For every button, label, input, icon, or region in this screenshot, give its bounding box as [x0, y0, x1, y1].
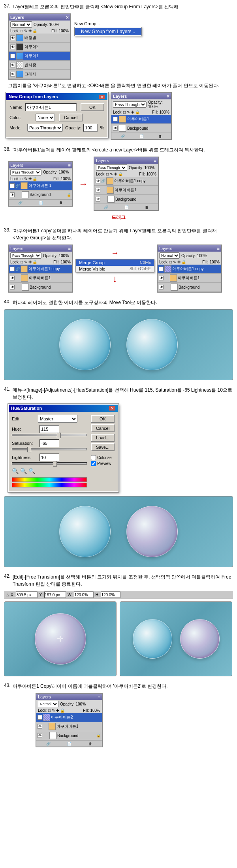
opacity-input[interactable] [83, 124, 98, 132]
layer-row-baekbyeol[interactable]: 👁 배경별 [9, 34, 70, 43]
layer-bg-39b[interactable]: 👁 Background [9, 283, 72, 292]
eye-bg-38a[interactable]: 👁 [96, 197, 100, 202]
final-t1[interactable]: 🔗 [46, 742, 51, 746]
sat-thumb[interactable] [27, 447, 31, 452]
h-input[interactable] [101, 592, 120, 598]
hue-sat-save[interactable]: Save... [91, 443, 115, 451]
hue-input[interactable] [40, 425, 59, 433]
nl-title-options-39b[interactable]: ≡ [68, 246, 71, 251]
layer-row-bansa[interactable]: 👁 반사종 [9, 61, 70, 70]
hue-slider[interactable] [12, 434, 87, 436]
layer-row-aqua1[interactable]: 👁 아쿠아1 [9, 52, 70, 61]
final-layer-aqua2[interactable]: 👁 아쿠아버튼2 [36, 713, 102, 722]
y-input[interactable] [44, 592, 66, 598]
eye-bg-38[interactable]: 👁 [10, 192, 15, 197]
final-t2[interactable]: 📄 [67, 742, 71, 746]
eye-copy-39a[interactable]: 👁 [159, 267, 164, 271]
eye-copy-39b[interactable]: 👁 [10, 267, 15, 271]
eyedropper-plus-icon[interactable]: 🔍 [20, 468, 27, 474]
eyedropper-icon[interactable]: 🔍 [12, 468, 19, 474]
eye-copy-38a[interactable]: 👁 [96, 179, 100, 183]
layer-bg-39a[interactable]: 👁 Background [158, 283, 221, 292]
eye-orig-39b[interactable]: 👁 [10, 276, 15, 280]
layer-orig-39b[interactable]: 👁 아쿠아버튼1 [9, 274, 72, 283]
final-nl-options[interactable]: ≡ [98, 694, 100, 699]
blend-sel-38a[interactable]: Pass Through [96, 164, 127, 171]
edit-select[interactable]: Master [38, 415, 77, 423]
nl-t1-38a[interactable]: 🔗 [104, 205, 108, 209]
layer-tool-1[interactable]: 🔗 [120, 134, 125, 138]
final-layer-bg[interactable]: 👁 Background 🔒 [36, 731, 102, 740]
eye-bg-39a[interactable]: 👁 [159, 285, 164, 289]
color-select[interactable]: None [36, 114, 55, 121]
dialog-close-btn[interactable]: ✕ [99, 95, 105, 99]
merge-group-item[interactable]: Merge Group Ctrl+E [76, 259, 154, 266]
layer-orig-38a[interactable]: 👁 아쿠아버튼1 [94, 186, 158, 195]
layer-row-bg37[interactable]: 👁 Background [111, 124, 171, 133]
light-slider[interactable] [12, 462, 87, 465]
nl-title-options-39a[interactable]: ≡ [217, 246, 220, 251]
nl-title-options-38b[interactable]: ≡ [68, 163, 71, 168]
blend-sel-38b[interactable]: Pass Through [10, 169, 41, 175]
layer-copy-39b[interactable]: 👁 🔗 아쿠아버튼1 copy [9, 265, 72, 274]
layer-copy-38a[interactable]: 👁 🔗 아쿠아버튼1 copy [94, 177, 158, 186]
new-group-from-layers-item[interactable]: New Group from Layers... [75, 28, 141, 35]
eye-orig-39a[interactable]: 👁 [159, 276, 164, 280]
nl-t3-38b[interactable]: 🗑 [59, 201, 63, 205]
final-t3[interactable]: 🗑 [88, 742, 92, 746]
hue-sat-cancel[interactable]: Cancel [91, 424, 115, 432]
layer-bg-38[interactable]: 👁 Background 🔒 [9, 190, 72, 200]
merge-visible-item[interactable]: Merge Visible Shift+Ctrl+E [76, 266, 154, 272]
eye-icon-aqua2[interactable]: 👁 [10, 45, 15, 49]
eye-aqua1folder-38[interactable]: 👁 [10, 183, 15, 188]
hue-thumb[interactable] [57, 433, 61, 438]
final-layer-aqua1[interactable]: 👁 아쿠아버튼1 [36, 722, 102, 731]
preview-checkbox[interactable] [91, 461, 96, 466]
eyedropper-minus-icon[interactable]: 🔍 [28, 468, 35, 474]
final-eye-aqua2[interactable]: 👁 [38, 715, 42, 720]
nl-t2-38b[interactable]: 📄 [39, 201, 43, 205]
eye-bg-39b[interactable]: 👁 [10, 285, 15, 289]
name-input[interactable] [25, 103, 77, 111]
cancel-btn[interactable]: Cancel [59, 114, 83, 121]
light-input[interactable] [40, 454, 59, 461]
nl-t3-38a[interactable]: 🗑 [145, 205, 149, 209]
mode-select[interactable]: Pass Through [27, 124, 63, 132]
layer-row-aquabutton1[interactable]: 👁 아쿠아버튼1 [111, 115, 171, 124]
colorize-checkbox[interactable] [91, 455, 96, 460]
light-thumb[interactable] [53, 461, 57, 467]
final-blend-sel[interactable]: Normal [38, 701, 58, 707]
blend-sel-39b[interactable]: Pass Through [10, 252, 41, 259]
layer-row-grade[interactable]: 👁 그래제 [9, 70, 70, 79]
layer-row-aqua2[interactable]: 👁 아쿠아2 [9, 43, 70, 52]
close-after37[interactable]: ✕ [166, 94, 169, 99]
eye-icon-aqua1[interactable]: 👁 [10, 54, 15, 58]
blend-sel-39a[interactable]: Normal [159, 252, 180, 259]
eye-aquabutton1[interactable]: 👁 [113, 117, 118, 121]
x-input[interactable] [16, 592, 38, 598]
sat-input[interactable] [40, 439, 59, 447]
final-eye-bg[interactable]: 👁 [38, 733, 42, 738]
hue-sat-close[interactable]: ✕ [109, 406, 115, 411]
w-input[interactable] [74, 592, 94, 598]
hue-sat-ok[interactable]: OK [91, 415, 115, 423]
sat-slider[interactable] [12, 448, 87, 450]
eye-orig-38a[interactable]: 👁 [96, 188, 100, 192]
layer-orig-39a[interactable]: 👁 아쿠아버튼1 [158, 274, 221, 283]
nl-t2-38a[interactable]: 📄 [124, 205, 129, 209]
nl-t1-38b[interactable]: 🔗 [18, 201, 23, 205]
layer-bg-38a[interactable]: 👁 Background [94, 195, 158, 204]
ok-btn[interactable]: OK [81, 103, 104, 111]
layer-aqua1folder-38[interactable]: 👁 🔗 아쿠아버튼 1 [9, 181, 72, 190]
layer-tool-3[interactable]: 🗑 [158, 134, 162, 138]
hue-sat-load[interactable]: Load... [91, 434, 115, 442]
eye-icon-grade[interactable]: 👁 [10, 72, 15, 77]
eye-icon-bansa[interactable]: 👁 [10, 63, 15, 67]
final-eye-aqua1[interactable]: 👁 [38, 724, 42, 729]
blend-select-after37[interactable]: Pass Through [113, 101, 147, 108]
layer-copy-39a[interactable]: 👁 아쿠아버튼1 copy [158, 265, 221, 274]
layers-close-btn[interactable]: ✕ [66, 15, 69, 20]
eye-bg37[interactable]: 👁 [113, 126, 118, 131]
blend-mode-select-37[interactable]: Normal [10, 21, 32, 28]
eye-icon-baekbyeol[interactable]: 👁 [10, 35, 15, 40]
